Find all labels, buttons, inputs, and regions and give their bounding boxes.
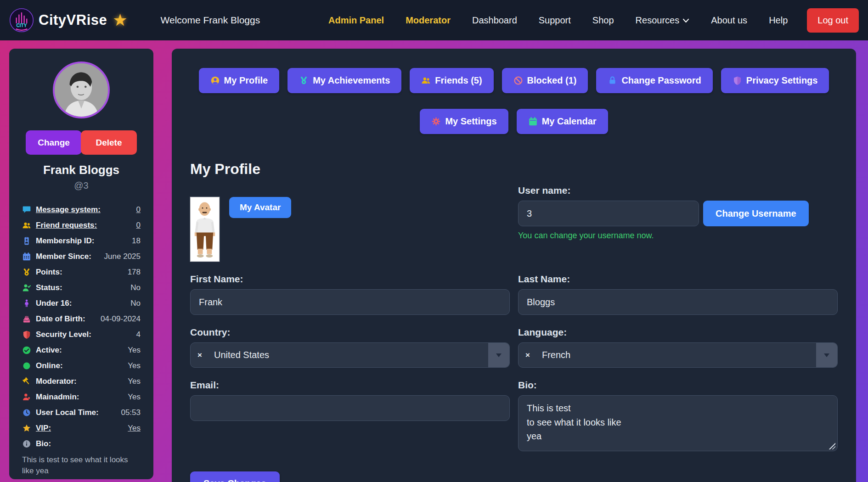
check-circle-icon bbox=[22, 346, 31, 355]
clear-icon[interactable]: × bbox=[197, 351, 202, 360]
nav-item-resources[interactable]: Resources bbox=[636, 15, 690, 26]
change-username-button[interactable]: Change Username bbox=[703, 201, 809, 226]
online-dot-icon bbox=[22, 361, 31, 370]
tab-privacy-settings[interactable]: Privacy Settings bbox=[721, 68, 829, 93]
tab-my-settings[interactable]: My Settings bbox=[420, 109, 508, 134]
first-name-label: First Name: bbox=[190, 274, 510, 285]
language-select[interactable]: × French bbox=[518, 342, 838, 368]
svg-text:CITY: CITY bbox=[16, 23, 27, 28]
last-name-label: Last Name: bbox=[518, 274, 838, 285]
tab-change-password[interactable]: Change Password bbox=[596, 68, 712, 93]
gear-icon bbox=[431, 117, 441, 126]
stat-status: Status: No bbox=[22, 283, 141, 292]
bio-label: Bio: bbox=[518, 380, 838, 391]
user-check-icon bbox=[22, 283, 31, 292]
friends-icon bbox=[421, 76, 431, 85]
nav-item-about-us[interactable]: About us bbox=[711, 15, 747, 26]
my-avatar-button[interactable]: My Avatar bbox=[229, 197, 291, 218]
privacy-shield-icon bbox=[733, 76, 742, 85]
nav-links: Admin Panel Moderator Dashboard Support … bbox=[328, 15, 788, 26]
user-circle-icon bbox=[210, 76, 220, 85]
bio-textarea[interactable]: This is test to see what it looks like y… bbox=[518, 395, 838, 451]
tab-my-calendar[interactable]: My Calendar bbox=[517, 109, 608, 134]
brand-star-icon: ★ bbox=[113, 11, 127, 30]
shield-icon bbox=[22, 330, 31, 339]
username-helper-text: You can change your username now. bbox=[518, 231, 838, 241]
resize-grip-icon[interactable] bbox=[829, 443, 835, 449]
calendar-icon bbox=[528, 117, 538, 126]
stat-member-since: Member Since: June 2025 bbox=[22, 252, 141, 261]
cake-icon bbox=[22, 314, 31, 324]
nav-item-dashboard[interactable]: Dashboard bbox=[472, 15, 517, 26]
tab-blocked[interactable]: Blocked (1) bbox=[502, 68, 588, 93]
profile-sidebar: Change Delete Frank Bloggs @3 Message sy… bbox=[9, 49, 153, 479]
sidebar-display-name: Frank Bloggs bbox=[22, 163, 141, 177]
language-label: Language: bbox=[518, 327, 838, 338]
email-input[interactable] bbox=[190, 395, 510, 421]
sidebar-bio-text: This is test to see what it looks like y… bbox=[22, 454, 141, 476]
change-avatar-button[interactable]: Change bbox=[26, 130, 82, 155]
country-group: Country: × United States bbox=[190, 327, 510, 368]
stat-under-16: Under 16: No bbox=[22, 298, 141, 308]
stat-online: Online: Yes bbox=[22, 361, 141, 370]
logout-button[interactable]: Log out bbox=[807, 8, 859, 33]
username-group: User name: Change Username You can chang… bbox=[518, 185, 838, 262]
id-card-icon bbox=[22, 236, 31, 246]
tab-my-achievements[interactable]: My Achievements bbox=[287, 68, 401, 93]
nav-item-shop[interactable]: Shop bbox=[592, 15, 614, 26]
save-changes-button[interactable]: Save Changes bbox=[190, 471, 280, 482]
nav-item-moderator[interactable]: Moderator bbox=[406, 15, 451, 26]
nav-item-support[interactable]: Support bbox=[539, 15, 571, 26]
stat-date-of-birth: Date of Birth: 04-09-2024 bbox=[22, 314, 141, 324]
star-icon bbox=[22, 424, 31, 433]
welcome-text: Welcome Frank Bloggs bbox=[161, 15, 260, 26]
email-group: Email: bbox=[190, 380, 510, 453]
profile-tabs-row-2: My Settings My Calendar bbox=[190, 109, 838, 134]
nav-item-admin-panel[interactable]: Admin Panel bbox=[328, 15, 384, 26]
language-group: Language: × French bbox=[518, 327, 838, 368]
brand[interactable]: CITY CityVRise ★ bbox=[9, 8, 128, 33]
friends-icon bbox=[22, 221, 31, 230]
cityvrise-logo-icon: CITY bbox=[9, 8, 34, 33]
profile-photo-avatar[interactable] bbox=[53, 62, 110, 118]
nav-item-help[interactable]: Help bbox=[769, 15, 788, 26]
medal-icon bbox=[22, 268, 31, 277]
country-selected-value: United States bbox=[214, 350, 269, 360]
calendar-icon bbox=[22, 252, 31, 261]
first-name-input[interactable] bbox=[190, 289, 510, 315]
dropdown-caret-icon[interactable] bbox=[488, 343, 509, 367]
info-icon bbox=[22, 439, 31, 448]
country-label: Country: bbox=[190, 327, 510, 338]
tab-my-profile[interactable]: My Profile bbox=[199, 68, 280, 93]
bio-group: Bio: This is test to see what it looks l… bbox=[518, 380, 838, 453]
stat-vip[interactable]: VIP: Yes bbox=[22, 423, 141, 433]
stat-friend-requests[interactable]: Friend requests: 0 bbox=[22, 220, 141, 230]
stat-mainadmin: Mainadmin: Yes bbox=[22, 392, 141, 402]
child-icon bbox=[22, 299, 31, 308]
stat-bio: Bio: bbox=[22, 439, 141, 448]
delete-avatar-button[interactable]: Delete bbox=[81, 130, 137, 155]
cartoon-avatar bbox=[191, 197, 219, 261]
admin-user-icon bbox=[22, 392, 31, 402]
tab-friends[interactable]: Friends (5) bbox=[410, 68, 493, 93]
page-title: My Profile bbox=[190, 161, 838, 178]
portrait-photo bbox=[55, 63, 108, 117]
sidebar-user-handle: @3 bbox=[22, 180, 141, 191]
my-avatar-image bbox=[190, 197, 220, 262]
clear-icon[interactable]: × bbox=[525, 351, 530, 360]
dropdown-caret-icon[interactable] bbox=[816, 343, 837, 367]
profile-form: My Avatar User name: Change Username You… bbox=[190, 185, 838, 465]
ban-icon bbox=[513, 76, 523, 85]
email-label: Email: bbox=[190, 380, 510, 391]
last-name-input[interactable] bbox=[518, 289, 838, 315]
chevron-down-icon bbox=[682, 15, 689, 26]
username-input[interactable] bbox=[518, 201, 699, 226]
stat-active: Active: Yes bbox=[22, 345, 141, 355]
stat-membership-id: Membership ID: 18 bbox=[22, 236, 141, 246]
sidebar-stats-list: Message system: 0 Friend requests: 0 Mem… bbox=[22, 205, 141, 448]
stat-message-system[interactable]: Message system: 0 bbox=[22, 205, 141, 214]
country-select[interactable]: × United States bbox=[190, 342, 510, 368]
stat-points: Points: 178 bbox=[22, 267, 141, 277]
profile-main-panel: My Profile My Achievements Friends (5) B… bbox=[172, 49, 856, 482]
last-name-group: Last Name: bbox=[518, 274, 838, 315]
